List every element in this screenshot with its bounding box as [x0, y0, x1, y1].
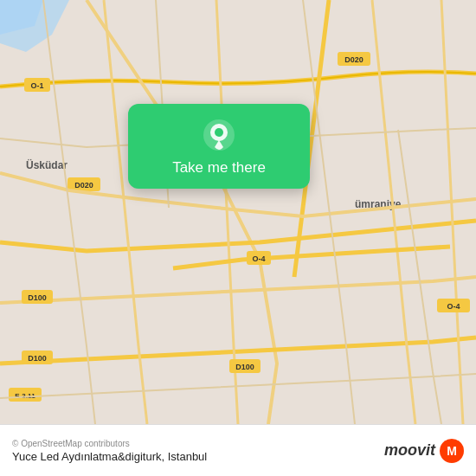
bottom-info: © OpenStreetMap contributors Yuce Led Ay…	[12, 439, 207, 463]
svg-point-23	[215, 128, 223, 137]
location-pin-icon	[203, 119, 235, 151]
map-container: O-1 D020 D020 Üsküdar ümraniye O-4 O-4	[0, 0, 476, 424]
place-name: Yuce Led Aydınlatma&digiturk, Istanbul	[12, 450, 207, 463]
popup-card[interactable]: Take me there	[128, 104, 310, 189]
svg-text:D100: D100	[28, 293, 47, 302]
svg-text:Üsküdar: Üsküdar	[26, 158, 68, 171]
svg-text:D100: D100	[235, 363, 254, 371]
map-svg: O-1 D020 D020 Üsküdar ümraniye O-4 O-4	[0, 0, 476, 424]
moovit-text: moovit	[384, 441, 435, 460]
take-me-there-button[interactable]: Take me there	[172, 159, 266, 177]
svg-text:D020: D020	[74, 181, 93, 190]
svg-text:D020: D020	[344, 55, 363, 64]
svg-text:D100: D100	[28, 354, 47, 363]
copyright-text: © OpenStreetMap contributors	[12, 439, 207, 448]
bottom-bar: © OpenStreetMap contributors Yuce Led Ay…	[0, 424, 476, 476]
svg-text:O-1: O-1	[30, 81, 43, 90]
moovit-icon: M	[440, 439, 464, 463]
svg-text:O-4: O-4	[447, 302, 460, 311]
svg-text:O-4: O-4	[252, 254, 265, 263]
moovit-logo: moovit M	[384, 439, 464, 463]
